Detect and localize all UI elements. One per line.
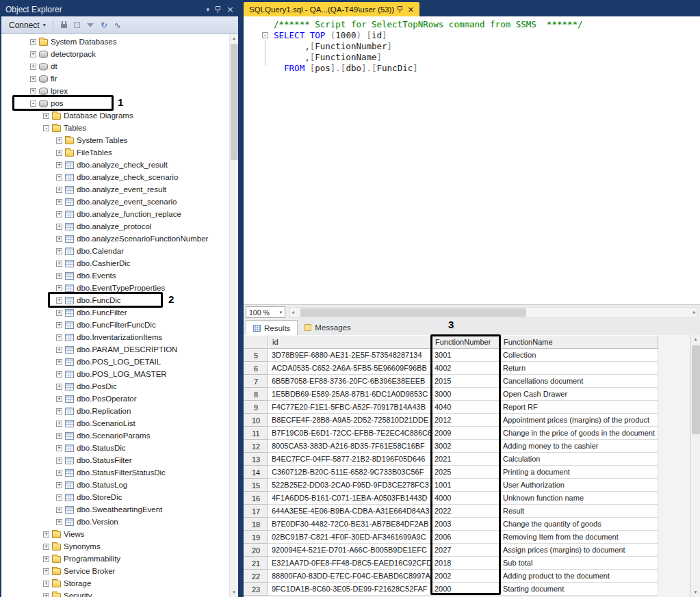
function-number-cell[interactable]: 2006 [431, 531, 500, 544]
function-name-cell[interactable]: Starting document [500, 583, 658, 596]
function-name-cell[interactable]: Result [500, 505, 658, 518]
row-number-cell[interactable]: 19 [244, 531, 268, 544]
plus-expander-icon[interactable]: + [56, 421, 62, 427]
plus-expander-icon[interactable]: + [56, 334, 62, 341]
tree-item-system-tables[interactable]: +System Tables [1, 134, 229, 146]
row-number-cell[interactable]: 22 [244, 570, 268, 583]
tree-item-database-diagrams[interactable]: +Database Diagrams [1, 109, 229, 122]
function-name-cell[interactable]: Cancellations document [500, 375, 658, 388]
id-cell[interactable]: B4EC7FCF-04FF-5877-21B2-8D196F05D646 [268, 453, 431, 466]
row-number-cell[interactable]: 20 [244, 544, 268, 557]
plus-expander-icon[interactable]: + [56, 261, 62, 267]
tree-item-dbo-statusfilterstatusdic[interactable]: +dbo.StatusFilterStatusDic [1, 466, 229, 479]
function-name-cell[interactable]: Adding money to the cashier [500, 440, 658, 453]
tree-item-security[interactable]: +Security [1, 589, 229, 597]
function-name-cell[interactable]: Change the quantity of goods [500, 518, 658, 531]
plus-expander-icon[interactable]: + [43, 593, 49, 597]
id-cell[interactable]: 8005CA53-383D-A216-8D35-7F61E58C16BF [268, 440, 431, 453]
row-number-cell[interactable]: 17 [244, 505, 268, 518]
scrollbar-thumb[interactable] [300, 308, 526, 317]
tree-item-dbo-sweatheartingevent[interactable]: +dbo.SweatheartingEvent [1, 503, 229, 516]
object-explorer-tree[interactable]: +System Databases+detectorpack+dt+fir+lp… [1, 34, 238, 597]
function-number-cell[interactable]: 3002 [431, 440, 500, 453]
scrollbar-thumb[interactable] [231, 44, 238, 160]
row-number-cell[interactable]: 18 [244, 518, 268, 531]
function-name-cell[interactable]: Sub total [500, 557, 658, 570]
function-name-cell[interactable]: Assign prices (margins) to document [500, 544, 658, 557]
row-number-cell[interactable]: 10 [244, 414, 268, 427]
plus-expander-icon[interactable]: + [43, 113, 49, 119]
tree-item-programmability[interactable]: +Programmability [1, 553, 229, 565]
id-cell[interactable]: 9FC1DA1B-8C60-3E05-DE99-F21628C52FAF [268, 583, 431, 596]
tree-item-fir[interactable]: +fir [1, 72, 229, 85]
function-name-cell[interactable]: Adding product to the document [500, 570, 658, 583]
tree-item-dbo-analyze-protocol[interactable]: +dbo.analyze_protocol [1, 220, 229, 233]
plus-expander-icon[interactable]: + [30, 88, 36, 94]
id-cell[interactable]: ACDA0535-C652-2A6A-5FB5-5E96609F96BB [268, 362, 431, 375]
function-name-cell[interactable]: Open Cash Drawer [500, 388, 658, 401]
function-name-cell[interactable]: Collection [500, 349, 658, 362]
plus-expander-icon[interactable]: + [56, 248, 62, 254]
disconnect-icon[interactable] [60, 21, 68, 29]
tree-item-dbo-statusfilter[interactable]: +dbo.StatusFilter [1, 454, 229, 466]
plus-expander-icon[interactable]: + [56, 384, 62, 390]
plus-expander-icon[interactable]: + [43, 544, 49, 550]
plus-expander-icon[interactable]: + [56, 236, 62, 242]
tree-item-dbo-param-description[interactable]: +dbo.PARAM_DESCRIPTION [1, 343, 229, 356]
function-number-cell[interactable]: 2003 [431, 518, 500, 531]
plus-expander-icon[interactable]: + [56, 137, 62, 144]
row-number-cell[interactable]: 5 [244, 349, 268, 362]
row-number-cell[interactable]: 9 [244, 401, 268, 414]
tree-item-views[interactable]: +Views [1, 528, 229, 540]
tree-item-dbo-scenariolist[interactable]: +dbo.ScenarioList [1, 417, 229, 429]
row-number-cell[interactable]: 14 [244, 466, 268, 479]
plus-expander-icon[interactable]: + [56, 457, 62, 464]
id-cell[interactable]: B7E0DF30-4482-72C0-BE31-AB7BE84DF2AB [268, 518, 431, 531]
plus-expander-icon[interactable]: + [56, 371, 62, 377]
plus-expander-icon[interactable]: + [43, 568, 49, 574]
tree-item-dbo-analyzescenariofunctionnumber[interactable]: +dbo.analyzeScenarioFunctionNumber [1, 233, 229, 245]
tree-item-dbo-version[interactable]: +dbo.Version [1, 516, 229, 528]
id-cell[interactable]: 1E5BDB69-E589-25A8-87B1-6DC1A0D9853C [268, 388, 431, 401]
row-number-cell[interactable]: 15 [244, 479, 268, 492]
tree-item-dbo-replication[interactable]: +dbo.Replication [1, 405, 229, 417]
function-number-cell[interactable]: 2000 [431, 583, 500, 596]
function-number-cell[interactable]: 2009 [431, 427, 500, 440]
function-number-cell[interactable]: 2002 [431, 570, 500, 583]
function-name-cell[interactable]: Removing Item from the document [500, 531, 658, 544]
scroll-left-icon[interactable]: ◂ [291, 308, 294, 317]
function-number-cell[interactable]: 2022 [431, 505, 500, 518]
plus-expander-icon[interactable]: + [56, 470, 62, 476]
function-number-cell[interactable]: 2012 [431, 414, 500, 427]
tree-item-dbo-calendar[interactable]: +dbo.Calendar [1, 245, 229, 257]
scrollbar-thumb[interactable] [692, 345, 700, 434]
function-name-cell[interactable]: Printing a document [500, 466, 658, 479]
tree-item-dbo-inventarizationitems[interactable]: +dbo.InventarizationItems [1, 331, 229, 343]
id-cell[interactable]: 644A3E5E-4E06-B9BA-CDBA-A31E664D84A3 [268, 505, 431, 518]
plus-expander-icon[interactable]: + [30, 39, 36, 45]
function-number-cell[interactable]: 2027 [431, 544, 500, 557]
row-number-cell[interactable]: 7 [244, 375, 268, 388]
plus-expander-icon[interactable]: + [56, 433, 62, 439]
activity-monitor-icon[interactable]: ∿ [112, 20, 123, 31]
plus-expander-icon[interactable]: + [56, 519, 62, 525]
tree-item-dbo-funcfilter[interactable]: +dbo.FuncFilter [1, 306, 229, 319]
scroll-right-icon[interactable]: ▸ [693, 308, 696, 317]
grid-scrollbar[interactable]: ▴ ▾ [690, 335, 700, 597]
column-header-functionnumber[interactable]: FunctionNumber [431, 335, 500, 349]
function-number-cell[interactable]: 1001 [431, 479, 500, 492]
id-cell[interactable]: 02BC91B7-C821-4F0F-30ED-AF3461699A9C [268, 531, 431, 544]
tree-item-dbo-analyze-check-result[interactable]: +dbo.analyze_check_result [1, 159, 229, 171]
id-cell[interactable]: B8ECFE4F-28B8-A9A5-2D52-725810D21DDE [268, 414, 431, 427]
function-name-cell[interactable]: Change in the price of goods in the docu… [500, 427, 658, 440]
row-number-cell[interactable]: 11 [244, 427, 268, 440]
results-grid[interactable]: idFunctionNumberFunctionName 53D78B9EF-6… [244, 335, 700, 597]
horizontal-scrollbar[interactable]: ◂ ▸ [289, 307, 698, 318]
function-number-cell[interactable]: 4000 [431, 492, 500, 505]
plus-expander-icon[interactable]: + [56, 310, 62, 316]
plus-expander-icon[interactable]: + [56, 211, 62, 217]
tree-scrollbar[interactable]: ▴ ▾ [229, 34, 238, 597]
plus-expander-icon[interactable]: + [43, 556, 49, 562]
id-cell[interactable]: 6B5B7058-EF88-3736-20FC-6B396E38EEEB [268, 375, 431, 388]
plus-expander-icon[interactable]: + [56, 482, 62, 488]
